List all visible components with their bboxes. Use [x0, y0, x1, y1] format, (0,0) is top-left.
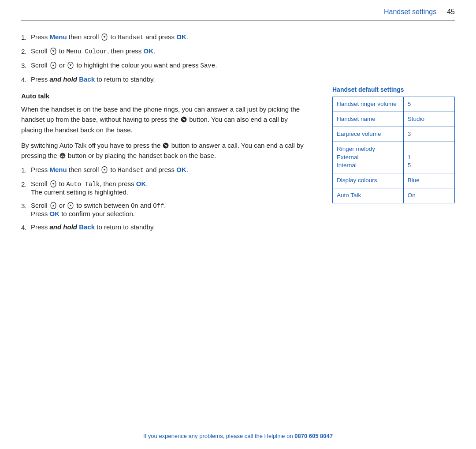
svg-marker-1: [52, 50, 54, 52]
step-1-content: Press Menu then scroll to Handset and pr…: [31, 33, 304, 41]
list-item: Press and hold Back to return to standby…: [21, 75, 304, 83]
autotalk-para2: By switching Auto Talk off you have to p…: [21, 140, 304, 161]
scroll-down-icon: [100, 166, 108, 174]
handset-phone-icon-2: [162, 142, 169, 149]
step-4-content: Press and hold Back to return to standby…: [31, 75, 304, 83]
on-label: On: [131, 202, 138, 210]
page-number: 45: [447, 8, 455, 16]
auto-talk-label: Auto Talk: [67, 181, 100, 188]
scroll-up-icon: [49, 61, 57, 69]
left-column: Press Menu then scroll to Handset and pr…: [21, 33, 318, 237]
table-cell-value: 3: [403, 127, 454, 142]
menu-link: Menu: [50, 166, 67, 173]
autotalk-section: Auto talk When the handset is on the bas…: [21, 92, 304, 231]
chapter-title: Handset settings: [384, 8, 436, 16]
table-row: Handset name Studio: [333, 112, 455, 127]
and-hold-text: and hold: [50, 75, 78, 83]
svg-marker-3: [70, 64, 72, 66]
table-cell-label: Auto Talk: [333, 188, 404, 203]
list-item: Scroll or to switch between On and Off.: [21, 202, 304, 217]
table-cell-label: Display colours: [333, 173, 404, 188]
ok-link-4: OK: [50, 210, 60, 217]
ok-link-3: OK: [136, 180, 146, 187]
table-cell-value: 5: [403, 97, 454, 112]
svg-marker-11: [52, 205, 54, 206]
footer: If you experience any problems, please c…: [0, 433, 476, 439]
menu-link: Menu: [50, 33, 67, 41]
list-item: Scroll to Auto Talk, then press OK. The …: [21, 180, 304, 196]
svg-point-7: [165, 145, 167, 146]
table-cell-label: Earpiece volume: [333, 127, 404, 142]
content-area: Press Menu then scroll to Handset and pr…: [0, 21, 476, 237]
ok-link: OK: [176, 33, 186, 41]
table-cell-value: On: [403, 188, 454, 203]
step2-1-content: Press Menu then scroll to Handset and pr…: [31, 166, 304, 174]
ok-link-2: OK: [176, 166, 186, 173]
settings-table: Handset ringer volume 5 Handset name Stu…: [332, 97, 455, 203]
svg-marker-12: [70, 205, 72, 206]
table-row: Handset ringer volume 5: [333, 97, 455, 112]
page-header: Handset settings 45: [0, 0, 476, 20]
autotalk-heading: Auto talk: [21, 92, 304, 100]
scroll-down-icon-2: [67, 202, 74, 210]
table-row: Display colours Blue: [333, 173, 455, 188]
table-cell-value: Studio: [403, 112, 454, 127]
list-item: Press Menu then scroll to Handset and pr…: [21, 33, 304, 41]
step-2-content: Scroll to Menu Colour, then press OK.: [31, 47, 304, 56]
table-row: Auto Talk On: [333, 188, 455, 203]
handset-phone-icon: [180, 116, 187, 123]
ok-link: OK: [144, 47, 154, 55]
back-link: Back: [79, 75, 95, 83]
table-cell-label: Ringer melodyExternalInternal: [333, 142, 404, 173]
svg-marker-0: [104, 36, 106, 37]
table-cell-value: 15: [403, 142, 454, 173]
svg-marker-9: [104, 169, 106, 171]
table-cell-label: Handset ringer volume: [333, 97, 404, 112]
step-3-content: Scroll or to highlight the colour you wa…: [31, 61, 304, 70]
scroll-up-icon-2: [49, 202, 57, 210]
back-link-2: Back: [79, 223, 95, 231]
right-column: Handset default settings Handset ringer …: [318, 33, 455, 237]
page-container: Handset settings 45 Press Menu then scro…: [0, 0, 476, 449]
and-hold-text-2: and hold: [50, 223, 78, 231]
steps-list-1: Press Menu then scroll to Handset and pr…: [21, 33, 304, 83]
list-item: Scroll to Menu Colour, then press OK.: [21, 47, 304, 56]
step2-4-content: Press and hold Back to return to standby…: [31, 223, 304, 231]
step2-3-content: Scroll or to switch between On and Off.: [31, 202, 304, 217]
svg-point-5: [183, 119, 184, 120]
steps-list-2: Press Menu then scroll to Handset and pr…: [21, 166, 304, 231]
end-call-icon: [59, 152, 66, 159]
list-item: Press Menu then scroll to Handset and pr…: [21, 166, 304, 174]
autotalk-para1: When the handset is on the base and the …: [21, 104, 304, 135]
footer-phone: 0870 605 8047: [294, 433, 333, 439]
scroll-down-icon: [100, 33, 108, 41]
handset-label-2: Handset: [118, 167, 144, 174]
table-row: Earpiece volume 3: [333, 127, 455, 142]
handset-label: Handset: [118, 34, 144, 41]
save-label: Save: [201, 62, 216, 69]
table-cell-label: Handset name: [333, 112, 404, 127]
list-item: Scroll or to highlight the colour you wa…: [21, 61, 304, 70]
menu-colour-label: Menu Colour: [67, 48, 107, 55]
scroll-down-icon: [67, 61, 74, 69]
scroll-down-icon: [49, 47, 57, 55]
scroll-down-icon: [49, 180, 57, 188]
footer-text: If you experience any problems, please c…: [143, 433, 294, 439]
table-cell-value: Blue: [403, 173, 454, 188]
svg-marker-2: [52, 64, 54, 66]
svg-marker-10: [52, 183, 54, 185]
step2-2-content: Scroll to Auto Talk, then press OK. The …: [31, 180, 304, 196]
list-item: Press and hold Back to return to standby…: [21, 223, 304, 231]
table-row: Ringer melodyExternalInternal 15: [333, 142, 455, 173]
off-label: Off: [153, 202, 164, 210]
table-heading: Handset default settings: [332, 86, 455, 93]
